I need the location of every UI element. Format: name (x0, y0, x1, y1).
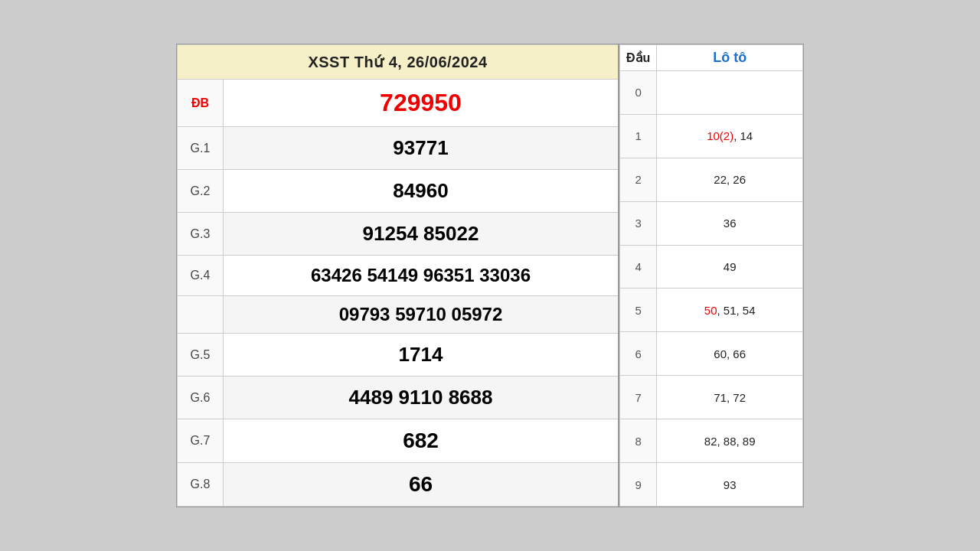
loto-value: 71, 72 (657, 376, 803, 419)
prize-label: G.2 (178, 170, 224, 213)
loto-value: 60, 66 (657, 332, 803, 376)
prize-row: 09793 59710 05972 (178, 296, 619, 334)
loto-dau: 2 (620, 158, 657, 201)
lottery-table: XSST Thứ 4, 26/06/2024 ĐB729950G.193771G… (177, 44, 619, 507)
loto-dau: 5 (620, 289, 657, 332)
loto-value: 93 (657, 463, 803, 507)
prize-value: 91254 85022 (224, 213, 619, 256)
loto-row: 222, 26 (620, 158, 803, 201)
loto-row: 449 (620, 245, 803, 289)
loto-dau: 6 (620, 332, 657, 376)
loto-dau: 4 (620, 245, 657, 289)
prize-label: G.5 (178, 334, 224, 377)
prize-row: G.866 (178, 463, 619, 507)
loto-dau: 0 (620, 71, 657, 115)
loto-value (657, 71, 803, 115)
prize-label (178, 296, 224, 334)
prize-row: G.193771 (178, 127, 619, 170)
loto-row: 336 (620, 201, 803, 245)
prize-value: 729950 (224, 80, 619, 127)
loto-row: 550, 51, 54 (620, 289, 803, 332)
loto-dau: 8 (620, 419, 657, 463)
prize-value: 682 (224, 419, 619, 463)
prize-row: G.7682 (178, 419, 619, 463)
loto-row: 0 (620, 71, 803, 115)
loto-dau: 9 (620, 463, 657, 507)
loto-dau: 7 (620, 376, 657, 419)
prize-label: G.3 (178, 213, 224, 256)
loto-row: 882, 88, 89 (620, 419, 803, 463)
prize-row: G.284960 (178, 170, 619, 213)
loto-value: 22, 26 (657, 158, 803, 201)
prize-row: G.51714 (178, 334, 619, 377)
loto-table: Đầu Lô tô 0110(2), 14222, 26336449550, 5… (619, 44, 803, 507)
prize-value: 1714 (224, 334, 619, 377)
table-title: XSST Thứ 4, 26/06/2024 (178, 45, 619, 80)
prize-label: G.6 (178, 377, 224, 419)
loto-row: 660, 66 (620, 332, 803, 376)
loto-value: 82, 88, 89 (657, 419, 803, 463)
loto-row: 993 (620, 463, 803, 507)
loto-header-dau: Đầu (620, 45, 657, 71)
prize-label: G.8 (178, 463, 224, 507)
loto-value: 49 (657, 245, 803, 289)
main-container: XSST Thứ 4, 26/06/2024 ĐB729950G.193771G… (176, 44, 804, 507)
loto-value: 36 (657, 201, 803, 245)
loto-value: 50, 51, 54 (657, 289, 803, 332)
prize-label: G.7 (178, 419, 224, 463)
loto-header-loto: Lô tô (657, 45, 803, 71)
prize-label: G.4 (178, 256, 224, 296)
prize-value: 66 (224, 463, 619, 507)
prize-value: 84960 (224, 170, 619, 213)
prize-row: G.463426 54149 96351 33036 (178, 256, 619, 296)
prize-value: 4489 9110 8688 (224, 377, 619, 419)
loto-value: 10(2), 14 (657, 114, 803, 158)
loto-dau: 3 (620, 201, 657, 245)
prize-value: 09793 59710 05972 (224, 296, 619, 334)
loto-row: 771, 72 (620, 376, 803, 419)
prize-row: ĐB729950 (178, 80, 619, 127)
prize-row: G.391254 85022 (178, 213, 619, 256)
prize-label: G.1 (178, 127, 224, 170)
prize-value: 93771 (224, 127, 619, 170)
prize-row: G.64489 9110 8688 (178, 377, 619, 419)
loto-row: 110(2), 14 (620, 114, 803, 158)
prize-value: 63426 54149 96351 33036 (224, 256, 619, 296)
loto-dau: 1 (620, 114, 657, 158)
prize-label: ĐB (178, 80, 224, 127)
